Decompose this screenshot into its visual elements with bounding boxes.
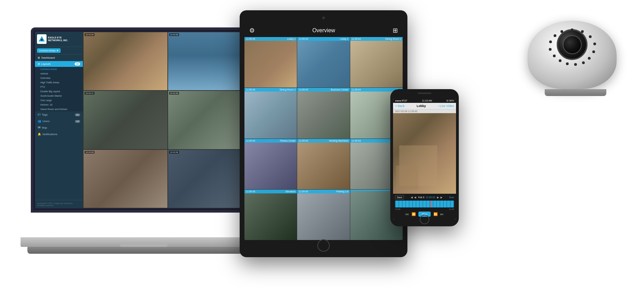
users-label: Users	[42, 120, 50, 123]
tablet-cam-7-time: 11:05:43	[246, 140, 255, 142]
phone-rewind-button[interactable]: ⏪	[412, 212, 416, 216]
layout-btn-label: Common Areas ▼	[39, 49, 59, 52]
phone-timeline-marker	[430, 201, 431, 207]
tablet-camera-grid: 11:05:43 Lobby 1 11:05:43 Lobby 2 11:05:…	[244, 37, 403, 240]
layout-item-common-areas[interactable]: Common Areas	[35, 67, 83, 71]
svg-point-15	[554, 34, 556, 37]
layout-item-various[interactable]: various	[35, 71, 83, 76]
camera-cell-5[interactable]: 10:42:08	[84, 150, 167, 208]
camera-timestamp-6: 10:42:09	[169, 151, 179, 154]
tablet-cam-8-header: 11:05:43 Vending Machines	[297, 139, 350, 143]
svg-point-11	[559, 59, 561, 62]
laptop-screen-content: EAGLE EYE NETWORKS, INC. Common Areas ▼ …	[35, 32, 253, 208]
sidebar-item-dashboard[interactable]: ⊞ Dashboard	[35, 55, 83, 61]
phone-timeline-end: 11:10	[449, 208, 454, 210]
layout-item-game-room[interactable]: Game Room and Kitchen	[35, 107, 83, 111]
tablet-cam-11-header: 11:05:43 Parking Lot	[297, 190, 350, 193]
sidebar-item-layouts[interactable]: ⊞ Layouts 10	[35, 61, 83, 67]
camera-timestamp-2: 10:42:09	[169, 33, 179, 36]
users-icon: 👥	[38, 120, 41, 123]
users-badge: 14	[75, 120, 80, 123]
sidebar-footer: Copyright © 2017, Eagle Eye Networks. Al…	[35, 200, 83, 208]
tablet-cam-4[interactable]: 11:05:43 Dining Room 2	[244, 88, 297, 138]
tags-label: Tags	[42, 113, 48, 116]
laptop-screen: EAGLE EYE NETWORKS, INC. Common Areas ▼ …	[31, 27, 257, 213]
tablet-cam-5-name: Business Center	[331, 88, 348, 91]
phone-rewind-all-button[interactable]: ⏮	[405, 212, 409, 216]
phone-nav-title: Lobby	[405, 104, 438, 108]
tablet-cam-1[interactable]: 11:05:43 Lobby 1	[244, 37, 297, 87]
sidebar-item-users[interactable]: 👥 Users 14	[35, 118, 83, 124]
sidebar-nav: ⊞ Dashboard ⊞ Layouts 10 Common Areas	[35, 55, 83, 200]
layout-dropdown-button[interactable]: Common Areas ▼	[37, 48, 61, 53]
sidebar-item-map[interactable]: 🗺 Map	[35, 124, 83, 131]
tablet-cam-8[interactable]: 11:05:43 Vending Machines	[297, 139, 350, 189]
phone-forward-all-button[interactable]: ⏭	[440, 212, 444, 216]
phone-back-button[interactable]: < Back	[395, 104, 405, 108]
grid-icon[interactable]: ⊞	[393, 27, 398, 34]
tablet-cam-7[interactable]: 11:05:43 Fitness Center	[244, 139, 297, 189]
logo-text: EAGLE EYE NETWORKS, INC.	[48, 36, 68, 42]
phone-rewind-btn[interactable]: ◄◄	[410, 195, 417, 199]
camera-timestamp-1: 10:42:09	[85, 33, 94, 36]
phone-device: ●●●● AT&T 11:18 AM ⊟ 90% < Back Lobby › …	[390, 89, 459, 226]
logo-area: EAGLE EYE NETWORKS, INC.	[35, 32, 83, 47]
phone-camera-view[interactable]	[393, 113, 456, 194]
layout-item-double-big[interactable]: Double Big Layout	[35, 89, 83, 94]
phone-nav-arrow: ›	[438, 104, 439, 108]
tablet-cam-5[interactable]: 11:05:43 Business Center	[297, 88, 350, 138]
layout-item-south-austin[interactable]: South Austin Marine	[35, 94, 83, 98]
phone-nav-right[interactable]: Live Video	[440, 104, 454, 108]
phone-forward-btn[interactable]: ►►	[437, 195, 443, 199]
phone-app: ●●●● AT&T 11:18 AM ⊟ 90% < Back Lobby › …	[393, 99, 456, 219]
camera-led-ring-svg	[528, 21, 617, 89]
camera-cell-1[interactable]: 10:42:09	[84, 32, 167, 90]
tablet-camera-dot	[322, 16, 325, 19]
tablet-cam-11[interactable]: 11:05:43 Parking Lot	[297, 190, 350, 240]
tablet-cam-10-header: 11:05:43 Elevators	[244, 190, 297, 193]
tablet-cam-3[interactable]: 11:05:43 Dining Room 1	[350, 37, 403, 87]
svg-point-8	[582, 61, 585, 64]
tags-icon: 🏷	[38, 113, 40, 116]
phone-carrier: ●●●● AT&T	[395, 99, 407, 102]
tablet-cam-2-header: 11:05:43 Lobby 2	[297, 37, 350, 41]
svg-point-6	[592, 50, 595, 53]
camera-dome	[528, 21, 617, 89]
tablet-cam-10-time: 11:05:43	[246, 190, 255, 193]
phone-forward-button[interactable]: ⏩	[433, 212, 438, 216]
sidebar-item-tags[interactable]: 🏷 Tags 61	[35, 111, 83, 118]
svg-point-5	[593, 43, 596, 45]
phone-status-bar: ●●●● AT&T 11:18 AM ⊟ 90%	[393, 99, 456, 103]
phone-home-button[interactable]	[420, 215, 429, 224]
svg-point-10	[566, 62, 569, 65]
layouts-submenu: Common Areas various Overview High Traff…	[35, 67, 83, 111]
phone-timeline-start: 11:00	[395, 208, 400, 210]
layout-item-one-large[interactable]: One Large	[35, 98, 83, 103]
tablet-cam-8-time: 11:05:43	[299, 140, 308, 142]
tablet-cam-1-name: Lobby 1	[287, 38, 295, 40]
notifications-label: Notifications	[42, 133, 58, 136]
camera-cell-3[interactable]: 10:42:11	[84, 91, 167, 149]
gear-icon[interactable]: ⚙	[249, 27, 255, 34]
tablet-cam-2[interactable]: 11:05:43 Lobby 2	[297, 37, 350, 87]
sidebar-item-label: Dashboard	[41, 56, 55, 59]
layout-item-overview[interactable]: Overview	[35, 76, 83, 80]
phone-timeline-track[interactable]	[395, 201, 454, 207]
phone-save-button[interactable]: Save	[395, 195, 404, 200]
tablet-cam-4-time: 11:05:43	[246, 88, 255, 91]
tablet-home-button[interactable]	[317, 239, 330, 252]
layout-selector[interactable]: Common Areas ▼	[35, 47, 83, 55]
map-icon: 🗺	[38, 126, 40, 129]
tablet-cam-3-name: Dining Room 1	[386, 38, 401, 40]
tablet-title: Overview	[255, 27, 393, 34]
phone-now-label[interactable]: Now	[449, 196, 454, 199]
sidebar-item-notifications[interactable]: 🔔 Notifications	[35, 131, 83, 137]
layout-item-high-traffic[interactable]: High Traffic Areas	[35, 80, 83, 85]
layout-item-kitchen[interactable]: Kitchen: 16	[35, 103, 83, 107]
tablet-cam-10[interactable]: 11:05:43 Elevators	[244, 190, 297, 240]
camera-timestamp-5: 10:42:08	[85, 151, 94, 154]
tablet-cam-3-time: 11:05:43	[352, 38, 361, 40]
phone-timeline-date: Feb 6	[418, 196, 424, 199]
phone-time: 11:18 AM	[422, 99, 432, 102]
layout-item-ptz[interactable]: PTZ	[35, 85, 83, 89]
